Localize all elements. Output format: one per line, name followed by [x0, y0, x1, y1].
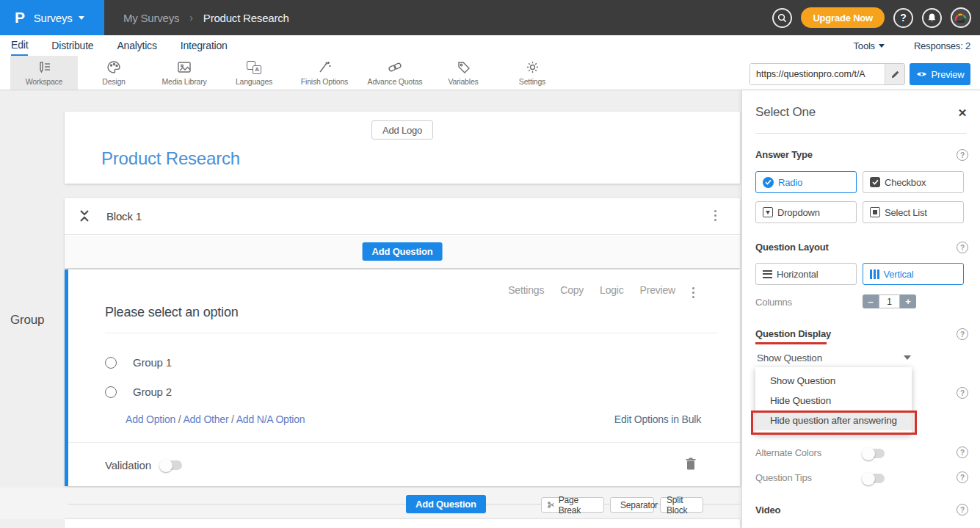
alternate-colors-label: Alternate Colors [755, 447, 821, 458]
hidden-row-help-icon[interactable]: ? [957, 387, 968, 399]
edit-options-in-bulk-link[interactable]: Edit Options in Bulk [614, 413, 701, 425]
radio-selected-icon [763, 177, 774, 188]
survey-title[interactable]: Product Research [101, 148, 240, 169]
checkbox-icon [870, 177, 880, 187]
block-title[interactable]: Block 1 [106, 210, 142, 223]
columns-value[interactable]: 1 [879, 294, 900, 308]
breadcrumb: My Surveys › Product Research [123, 0, 289, 35]
questionpro-logo-icon: P [15, 9, 25, 26]
app-menu-surveys[interactable]: Surveys [34, 12, 73, 24]
add-question-button-top[interactable]: Add Question [363, 242, 443, 261]
tab-analytics[interactable]: Analytics [117, 35, 156, 56]
toolbar-item-advance-quotas[interactable]: Advance Quotas [360, 56, 430, 90]
question-preview-link[interactable]: Preview [640, 284, 675, 296]
bell-icon [927, 12, 937, 23]
red-highlight-underline [755, 342, 827, 344]
close-panel-button[interactable]: ✕ [958, 106, 967, 120]
block-menu-button[interactable] [711, 207, 719, 224]
workspace-icon [36, 60, 52, 75]
question-menu-button[interactable] [689, 284, 697, 301]
toolbar-item-design[interactable]: Design [90, 56, 138, 90]
collapse-block-icon[interactable] [79, 209, 90, 223]
chevron-down-icon [879, 44, 885, 48]
answer-type-label: Answer Type [755, 149, 813, 160]
add-logo-button[interactable]: Add Logo [371, 120, 433, 140]
add-option-link[interactable]: Add Option [126, 413, 175, 425]
add-na-option-link[interactable]: Add N/A Option [236, 413, 305, 425]
horizontal-lines-icon [763, 270, 772, 278]
tag-icon [455, 60, 471, 75]
tools-menu[interactable]: Tools [854, 40, 885, 51]
menu-item-hide-question-after-answering[interactable]: Hide question after answering [755, 411, 912, 430]
answer-type-checkbox-button[interactable]: Checkbox [863, 171, 964, 193]
layout-horizontal-button[interactable]: Horizontal [755, 263, 857, 285]
answer-type-select-list-button[interactable]: Select List [863, 201, 964, 223]
question-title[interactable]: Please select an option [105, 305, 239, 320]
avatar[interactable] [951, 7, 971, 28]
alternate-colors-help-icon[interactable]: ? [957, 446, 968, 458]
alternate-colors-toggle[interactable] [863, 449, 885, 458]
toolbar-item-workspace[interactable]: Workspace [10, 56, 78, 90]
question-display-select[interactable]: Show Question [757, 351, 911, 366]
gear-icon [524, 60, 540, 75]
answer-type-help-icon[interactable]: ? [957, 149, 968, 161]
toolbar-item-finish-options[interactable]: Finish Options [292, 56, 357, 90]
question-display-selected-value: Show Question [757, 352, 822, 364]
breadcrumb-my-surveys[interactable]: My Surveys [123, 12, 179, 24]
divider [755, 133, 967, 134]
edit-url-button[interactable] [885, 64, 904, 84]
tab-integration[interactable]: Integration [181, 35, 228, 56]
image-icon [176, 60, 192, 75]
preview-button[interactable]: Preview [910, 63, 970, 85]
delete-question-button[interactable] [686, 458, 696, 470]
toolbar-item-media-library[interactable]: Media Library [151, 56, 217, 90]
option-label-2[interactable]: Group 2 [133, 386, 172, 398]
option-label-1[interactable]: Group 1 [133, 356, 172, 369]
upgrade-now-button[interactable]: Upgrade Now [801, 7, 885, 28]
app-switcher[interactable]: P Surveys [0, 0, 104, 35]
question-copy-link[interactable]: Copy [560, 284, 584, 296]
survey-url-input[interactable] [750, 64, 885, 84]
question-settings-link[interactable]: Settings [508, 284, 544, 296]
split-block-button[interactable]: Split Block [660, 497, 703, 513]
validation-toggle[interactable] [160, 460, 182, 470]
translate-icon: A [246, 60, 262, 75]
toolbar-item-variables[interactable]: Variables [438, 56, 489, 90]
columns-increment-button[interactable]: + [900, 294, 916, 308]
question-display-label: Question Display [755, 328, 831, 339]
radio-option-2[interactable] [105, 386, 117, 398]
question-display-help-icon[interactable]: ? [957, 328, 968, 340]
layout-vertical-button[interactable]: Vertical [863, 263, 964, 285]
answer-type-radio-button[interactable]: Radio [755, 171, 857, 193]
page-break-button[interactable]: Page Break [541, 497, 604, 513]
toolbar-item-languages[interactable]: A Languages [228, 56, 280, 90]
option-row-2: Group 2 [105, 386, 172, 398]
tab-edit[interactable]: Edit [11, 35, 28, 56]
trash-icon [686, 458, 696, 470]
search-button[interactable] [772, 8, 792, 28]
responses-count[interactable]: Responses: 2 [914, 40, 970, 51]
gauge-avatar-icon [954, 12, 968, 23]
add-question-button-bottom[interactable]: Add Question [406, 495, 486, 513]
select-list-icon [870, 207, 880, 217]
question-tips-help-icon[interactable]: ? [957, 471, 968, 483]
option-row-1: Group 1 [105, 356, 172, 369]
add-other-link[interactable]: Add Other [183, 413, 228, 425]
video-help-icon[interactable]: ? [957, 504, 968, 516]
help-button[interactable]: ? [893, 8, 913, 28]
menu-item-hide-question[interactable]: Hide Question [755, 391, 912, 411]
question-logic-link[interactable]: Logic [600, 284, 623, 296]
question-layout-help-icon[interactable]: ? [957, 242, 968, 253]
notifications-button[interactable] [922, 8, 942, 28]
radio-option-1[interactable] [105, 357, 117, 369]
next-block-partial [65, 519, 740, 528]
menu-item-show-question[interactable]: Show Question [755, 371, 912, 391]
columns-decrement-button[interactable]: – [863, 294, 879, 308]
workspace-toolbar: Workspace Design Media Library A Languag… [0, 56, 980, 90]
question-tips-toggle[interactable] [863, 474, 885, 483]
answer-type-dropdown-button[interactable]: Dropdown [755, 201, 857, 223]
toolbar-item-settings[interactable]: Settings [508, 56, 556, 90]
tab-distribute[interactable]: Distribute [51, 35, 93, 56]
panel-title: Select One [755, 105, 816, 120]
separator-button[interactable]: Separator [610, 497, 654, 513]
